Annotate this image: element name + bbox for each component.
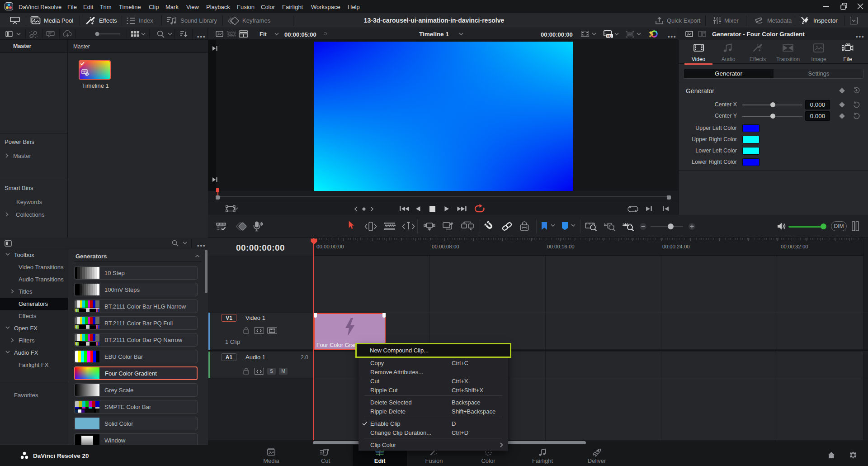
svg-text:HQ: HQ: [607, 34, 612, 38]
